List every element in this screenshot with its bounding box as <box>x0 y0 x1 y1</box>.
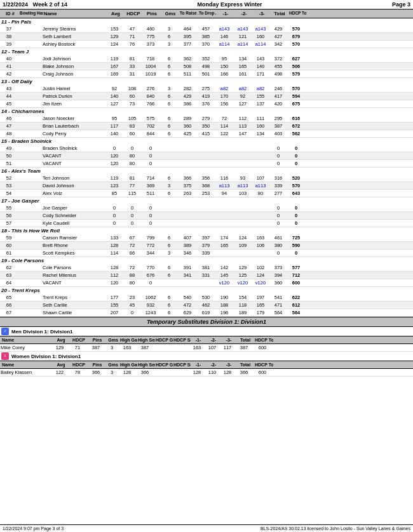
bottom-division-header: ♂Men Division 1: Division1 <box>0 327 413 336</box>
col-total: Total <box>271 10 288 17</box>
table-row: 67Shawn Carlile2070124366296191961891795… <box>0 309 413 317</box>
team-header-16: 16 - Alex's Team <box>0 168 413 175</box>
team-header-18: 18 - This Is How We Roll <box>0 227 413 234</box>
col-to-drop: To Drop Avg -1 <box>198 10 216 17</box>
table-row: 60Brett Rhone128727726389379165109106380… <box>0 242 413 249</box>
bottom-sections-container: ♂Men Division 1: Division1NameAvgHDCPPin… <box>0 327 413 376</box>
table-row: 61Scott Kempkes11486344334633900 <box>0 249 413 257</box>
temp-sub-header: Temporary Substitutes Division 1: Divisi… <box>0 317 413 327</box>
teams-container: 11 - Pin Pals37Jeremy Stearns15347460346… <box>0 18 413 317</box>
col-to-raise: To Raise Avg +1 <box>179 10 198 17</box>
table-row: 51VACANT12080000 <box>0 160 413 168</box>
col-hdcp-total: HDCP Total <box>288 10 306 17</box>
table-row: 48Cody Perry1406084464254151221471344035… <box>0 130 413 138</box>
footer-left: 1/22/2024 9:07 pm Page 3 of 3 <box>3 526 64 531</box>
table-row: 50VACANT12080000 <box>0 152 413 160</box>
bottom-col-headers: NameAvgHDCPPinsGmsHigh GameHigh SersHDCP… <box>0 361 413 369</box>
bottom-division-header: ♀Women Division 1: Division1 <box>0 352 413 361</box>
team-header-13: 13 - Off Daily <box>0 78 413 85</box>
col-name: Name <box>43 10 107 17</box>
table-row: 47Brian Lauterbach1178370263603501141131… <box>0 123 413 130</box>
page-footer: 1/22/2024 9:07 pm Page 3 of 3 BLS-2024/A… <box>0 524 413 532</box>
col-gms: Gms <box>161 10 179 17</box>
footer-right: BLS-2024/AS 30.02.13 licensed to John Lo… <box>261 526 410 531</box>
page-header: 1/22/2024 Week 2 of 14 Monday Express Wi… <box>0 0 413 10</box>
team-header-12: 12 - Team J <box>0 48 413 55</box>
table-row: 37Jeremy Stearns153474603464457a143a143a… <box>0 25 413 33</box>
col-bowling-hand: Bowling Hand <box>19 10 43 17</box>
table-row: 63Rachel Milenius11288676634133114512512… <box>0 272 413 279</box>
table-row: 43Justin Hamel921082763282275a82a82a8224… <box>0 85 413 93</box>
table-row: 46Jason Noecker9510557562892797211211129… <box>0 115 413 123</box>
table-row: 42Craig Johnson1693110196511501166161171… <box>0 70 413 78</box>
table-row: 40Jodi Johnson11981718636235295134143372… <box>0 55 413 63</box>
col-id: ID # <box>1 10 19 17</box>
table-row: 65Trent Kreps177231062654053019015419754… <box>0 294 413 302</box>
table-row: 57Kyle Caudell00000 <box>0 220 413 227</box>
col-headers-row1: ID # Bowling Hand Name Avg HDCP Pins Gms… <box>0 10 413 18</box>
header-league: Monday Express Winter <box>197 1 262 8</box>
team-header-14: 14 - Chicharrones <box>0 108 413 115</box>
col-pins: Pins <box>142 10 161 17</box>
table-row: 53David Johnson123773693375368a113a113a1… <box>0 182 413 190</box>
table-row: Mike Corey129713873163387163107117387600 <box>0 344 413 352</box>
team-header-19: 19 - Cole Parsons <box>0 257 413 264</box>
col-hdcp: HDCP <box>125 10 142 17</box>
female-icon: ♀ <box>1 352 9 360</box>
header-date-week: 1/22/2024 Week 2 of 14 <box>3 1 67 8</box>
col-g3: -3- <box>253 10 271 17</box>
table-row: 52Teri Johnson11981714636635611693107316… <box>0 175 413 182</box>
team-header-15: 15 - Braden Sholnick <box>0 138 413 145</box>
table-row: 38Seth Lambert12971775639538514612116042… <box>0 33 413 41</box>
table-row: 39Ashley Bostock124763733377370a114a114a… <box>0 41 413 48</box>
table-row: 64VACANT120800v120v120v120360600 <box>0 279 413 287</box>
table-row: 55Joe Gasper00000 <box>0 204 413 212</box>
col-g2: -2- <box>235 10 253 17</box>
table-row: 41Blake Johnson1673310046508498150165140… <box>0 63 413 70</box>
table-row: 66Seth Carlile15545932647246218811816547… <box>0 302 413 309</box>
male-icon: ♂ <box>1 328 9 335</box>
table-row: 44Patrick Durkin140608406429419170921554… <box>0 93 413 100</box>
col-g1: -1- <box>216 10 235 17</box>
table-row: 56Cody Schneider00000 <box>0 212 413 220</box>
team-header-17: 17 - Joe Gasper <box>0 197 413 204</box>
table-row: 45Jim Itzen12773766638637615612713742067… <box>0 100 413 108</box>
team-header-20: 20 - Trent Kreps <box>0 287 413 294</box>
col-avg: Avg <box>107 10 125 17</box>
table-row: 54Alex Volz8511551162632539410380277643 <box>0 190 413 197</box>
table-row: Bailey Klassen12278366312836612811012836… <box>0 369 413 376</box>
header-page: Page 3 <box>392 1 410 8</box>
bottom-col-headers: NameAvgHDCPPinsGmsHigh GameHigh SersHDCP… <box>0 336 413 344</box>
table-row: 49Braden Sholnick00000 <box>0 145 413 152</box>
table-row: 59Carson Ramsier133677996407397174124163… <box>0 234 413 242</box>
team-header-11: 11 - Pin Pals <box>0 18 413 25</box>
table-row: 62Cole Parsons12872770639138114212910237… <box>0 264 413 272</box>
